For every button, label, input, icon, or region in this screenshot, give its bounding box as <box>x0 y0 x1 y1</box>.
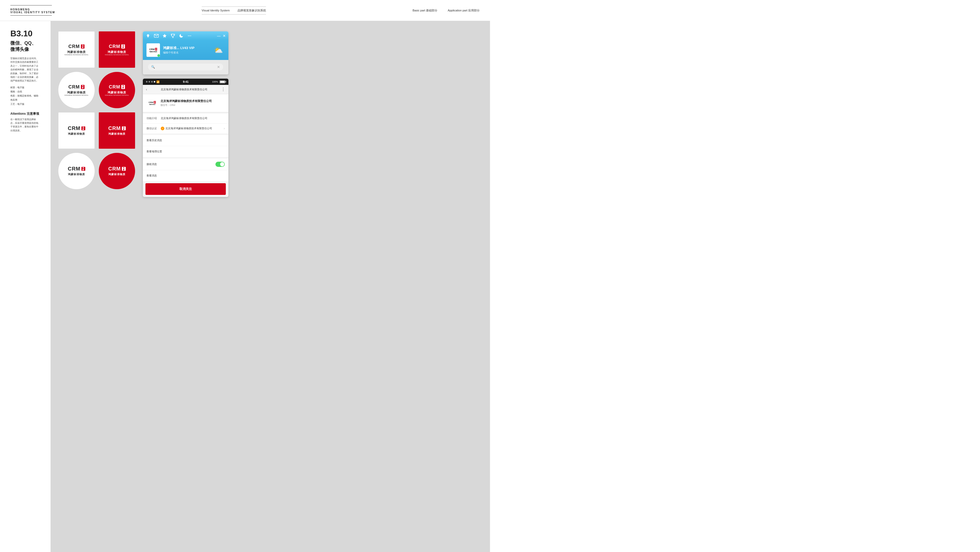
location-text: 查看地理位置 <box>146 150 162 153</box>
search-icon: 🔍 <box>151 65 155 69</box>
nav-brand-system[interactable]: 品牌视觉形象识别系统 <box>237 8 266 13</box>
mobile-statusbar: 📶 9:41 100% <box>143 79 228 85</box>
qq-icon[interactable] <box>145 34 151 38</box>
left-sidebar: B3.10 微信、QQ、微博头像 官微标识规范是企业对内、对外交换信息的最重要的… <box>0 21 51 552</box>
signal-dot-4 <box>154 81 155 83</box>
wechat-mobile-window: 📶 9:41 100% ‹ 北京海岸鸿蒙标准物质技术有限责任公 <box>143 79 228 197</box>
nav-right: Basic part 基础部分 Application part 应用部分 <box>412 8 480 13</box>
nav-basic-part[interactable]: Basic part 基础部分 <box>412 8 438 13</box>
trophy-icon[interactable] <box>170 34 175 38</box>
menu-dots-icon[interactable] <box>187 34 192 38</box>
nav-application-part[interactable]: Application part 应用部分 <box>448 8 480 13</box>
brand-badge-circle: 鸿 蒙 <box>81 85 85 89</box>
navbar-title: 北京海岸鸿蒙标准物质技术有限责任公司 <box>147 88 221 91</box>
logo-square-red-2: CRM 鸿 蒙 鸿蒙标准物质 <box>99 112 135 149</box>
profile-subtitle: 编辑个性签名 <box>163 51 209 54</box>
minimize-button[interactable]: — <box>217 34 221 38</box>
logo-title-bottom: VISUAL IDENTITY SYSTEM <box>10 11 55 14</box>
account-wechat-id: 微信号：CRM <box>161 104 225 107</box>
brand-name-circle-red: 鸿蒙标准物质 <box>108 91 126 94</box>
wifi-icon: 📶 <box>156 80 159 83</box>
action-view-msg[interactable]: 查看消息 <box>143 170 228 181</box>
battery-bar <box>220 80 225 83</box>
mail-icon[interactable] <box>154 34 159 38</box>
wechat-search-bar[interactable]: 🔍 ✕ <box>148 64 223 70</box>
attention-title: Attentions 注意事项 <box>10 112 40 116</box>
battery-fill <box>220 81 225 83</box>
crm-text-circle-compact: CRM <box>68 166 80 172</box>
verified-icon <box>161 127 164 130</box>
logo-circle-white-1: CRM 鸿 蒙 鸿蒙标准物质 HONGMENG REFERENCE MATERI… <box>58 72 95 108</box>
crm-text: CRM <box>68 44 80 49</box>
crm-text-circle: CRM <box>68 85 80 90</box>
mobile-status-right: 100% <box>212 80 225 83</box>
brand-name-en: HONGMENG REFERENCE MATERIAL <box>65 54 89 56</box>
brand-badge-circle-compact-red: 鸿 蒙 <box>122 167 126 171</box>
brand-cn-compact: 鸿蒙标准物质 <box>68 132 85 136</box>
moon-icon[interactable] <box>179 34 184 38</box>
header: HONGMENG VISUAL IDENTITY SYSTEM Visual I… <box>0 0 490 21</box>
unfollow-button[interactable]: 取消关注 <box>145 183 226 195</box>
logo-circle-red-1: CRM 鸿 蒙 鸿蒙标准物质 HONGMENG REFERENCE MATERI… <box>99 72 135 108</box>
crm-logo-compact: CRM 鸿 蒙 鸿蒙标准物质 <box>68 125 85 136</box>
logo-line-bottom <box>10 15 52 16</box>
svg-point-3 <box>188 35 189 36</box>
brand-badge-white: 鸿 蒙 <box>121 45 125 48</box>
more-options-button[interactable]: ⋮ <box>221 87 225 92</box>
brand-name-cn: 鸿蒙标准物质 <box>67 50 86 54</box>
brand-badge-circle-red: 鸿 蒙 <box>121 85 125 89</box>
main-layout: B3.10 微信、QQ、微博头像 官微标识规范是企业对内、对外交换信息的最重要的… <box>0 21 490 552</box>
wechat-pc-window: — ✕ CRM 鸿 蒙 <box>143 31 228 75</box>
wechat-pc-titlebar: — ✕ <box>143 31 228 40</box>
logo-grid: CRM 鸿 蒙 鸿蒙标准物质 HONGMENG REFERENCE MATERI… <box>58 31 135 542</box>
profile-info: 鸿蒙标准... LV43 VIP 编辑个性签名 <box>163 46 209 54</box>
brand-name-en-white: HONGMENG REFERENCE MATERIAL <box>105 54 129 56</box>
menu-item-verify: 微信认证 北京海岸鸿蒙标准物质技术有限责任公司 › <box>143 123 228 133</box>
signal-dot-1 <box>146 81 148 83</box>
crm-logo-circle-compact-red: CRM 鸿 蒙 鸿蒙标准物质 <box>108 166 126 176</box>
brand-cn-compact-red: 鸿蒙标准物质 <box>108 132 126 136</box>
nav-visual-identity[interactable]: Visual Identity System <box>202 9 230 12</box>
logo-square-red-1: CRM 鸿 蒙 鸿蒙标准物质 HONGMENG REFERENCE MATERI… <box>99 31 135 68</box>
weather-widget: ⛅ <box>212 45 225 55</box>
star-icon[interactable] <box>162 34 167 38</box>
logo-circle-red-2: CRM 鸿 蒙 鸿蒙标准物质 <box>99 153 135 189</box>
crm-logo-circle-red: CRM 鸿 蒙 鸿蒙标准物质 HONGMENG REFERENCE MATERI… <box>105 85 129 96</box>
brand-name-cn-white: 鸿蒙标准物质 <box>108 50 126 54</box>
spec-size: 规格：自拟 <box>10 89 40 94</box>
search-clear-button[interactable]: ✕ <box>217 65 220 69</box>
svg-point-5 <box>190 35 191 36</box>
logo-circle-white-2: CRM 鸿 蒙 鸿蒙标准物质 <box>58 153 95 189</box>
receive-msg-text: 接收消息 <box>146 163 215 166</box>
brand-name-en-circle: HONGMENG REFERENCE MATERIAL <box>65 95 89 96</box>
spec-craft: 工艺：电子版 <box>10 102 40 106</box>
logo-title-top: HONGMENG <box>10 8 55 11</box>
wechat-pc-controls: — ✕ <box>217 34 226 38</box>
profile-name: 鸿蒙标准... LV43 VIP <box>163 46 209 50</box>
crm-logo-red: CRM 鸿 蒙 鸿蒙标准物质 HONGMENG REFERENCE MATERI… <box>105 44 129 56</box>
attention-description: 在一般情况下使用品牌标志，应该尽量使用提供的电子资源文件，避免在重绘中出现误差。 <box>10 118 40 132</box>
online-indicator <box>158 54 160 57</box>
verify-value: 北京海岸鸿蒙标准物质技术有限责任公司 <box>165 127 224 130</box>
section-title: 微信、QQ、微博头像 <box>10 40 40 53</box>
mobile-navbar: ‹ 北京海岸鸿蒙标准物质技术有限责任公司 ⋮ <box>143 85 228 94</box>
receive-msg-toggle[interactable] <box>215 162 225 167</box>
mobile-signal: 📶 <box>146 80 159 83</box>
section-description: 官微标识规范是企业对内、对外交换信息的最重要的工具之一，它同时也代表了企业的精神… <box>10 57 40 83</box>
signal-dot-3 <box>151 81 153 83</box>
wechat-pc-icons <box>145 34 192 38</box>
action-history-msg[interactable]: 查看历史消息 <box>143 135 228 146</box>
profile-avatar-pc: CRM 鸿 蒙 鸿蒙标准物质 <box>146 43 160 57</box>
brand-badge-circle-compact: 鸿 蒙 <box>81 167 85 171</box>
weather-icon: ⛅ <box>214 46 223 54</box>
crm-text-circle-compact-red: CRM <box>108 166 121 172</box>
close-button[interactable]: ✕ <box>223 34 226 38</box>
account-header: CRM 鸿 蒙 鸿蒙标准物质 北京海岸鸿蒙标准物质技术有限责任公司 微信号：CR… <box>143 94 228 113</box>
func-label: 功能介绍 <box>146 116 161 120</box>
crm-text-compact-red: CRM <box>108 125 121 131</box>
wechat-pc-profile: CRM 鸿 蒙 鸿蒙标准物质 鸿蒙标准... LV4 <box>143 40 228 60</box>
action-location[interactable]: 查看地理位置 <box>143 146 228 157</box>
nav-center: Visual Identity System 品牌视觉形象识别系统 <box>202 8 266 13</box>
menu-item-receive-msg: 接收消息 <box>143 159 228 170</box>
mobile-time: 9:41 <box>183 80 188 83</box>
